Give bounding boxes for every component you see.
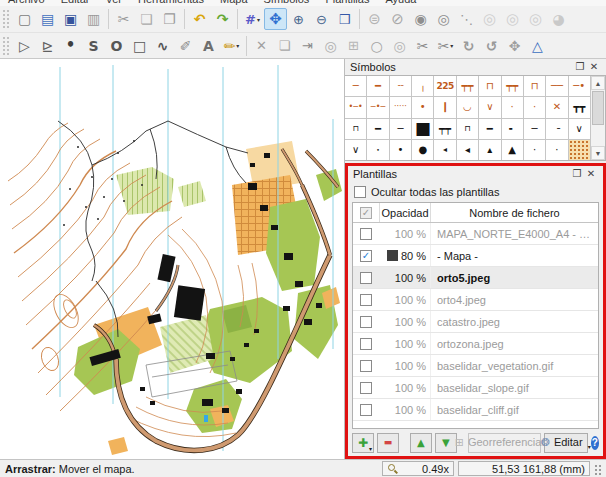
template-row[interactable]: 100 %baselidar_vegetation.gif — [353, 355, 598, 377]
redo-button[interactable]: ↷ — [211, 8, 234, 30]
hide-all-templates-checkbox[interactable] — [354, 186, 366, 198]
symbol-cell[interactable]: ─•─ — [367, 97, 389, 117]
rotate-object-button[interactable]: ↻ — [457, 35, 480, 57]
symbol-cell[interactable]: ⊓ — [524, 76, 546, 96]
symbol-cell[interactable]: ◡ — [457, 97, 479, 117]
template-row[interactable]: ✓80 %- Mapa - — [353, 245, 598, 267]
scroll-down-icon[interactable]: ▼ — [591, 146, 605, 160]
symbol-cell[interactable]: ━ — [479, 119, 501, 139]
symbol-cell[interactable]: • — [412, 97, 434, 117]
undo-button[interactable]: ↶ — [188, 8, 211, 30]
template-opacity-cell[interactable]: 100 % — [379, 355, 431, 376]
save-map-button[interactable]: ▣ — [59, 8, 82, 30]
cut-button[interactable]: ✂ — [112, 8, 135, 30]
zoom-level-box[interactable]: 0.49x — [382, 461, 454, 476]
close-icon[interactable]: ✕ — [584, 167, 598, 181]
switch-dashes-button[interactable]: ⇥ — [296, 35, 319, 57]
template-visibility-checkbox[interactable] — [360, 338, 372, 350]
menu-item-ver[interactable]: Ver — [105, 0, 122, 6]
symbol-cell[interactable]: ····· — [390, 97, 412, 117]
toolbar-drag-handle[interactable] — [3, 37, 9, 55]
symbol-cell[interactable]: •─• — [345, 97, 367, 117]
edit-point-tool-button[interactable]: ▷ — [13, 35, 36, 57]
symbol-cell[interactable]: ─ — [524, 119, 546, 139]
map-canvas[interactable] — [0, 59, 345, 459]
pan-tool-button[interactable]: ✥ — [264, 8, 287, 30]
float-icon[interactable]: ❐ — [570, 167, 584, 181]
symbol-cell[interactable]: ◂ — [434, 140, 456, 160]
symbol-cell[interactable]: ┯┯ — [434, 119, 456, 139]
template-row[interactable]: 100 %ortozona.jpeg — [353, 333, 598, 355]
draw-point-tool-button[interactable]: • — [59, 35, 82, 57]
duplicate-object-button[interactable]: ❏ — [273, 35, 296, 57]
symbol-cell[interactable]: ∨ — [569, 119, 590, 139]
symbol-cell[interactable]: ━ — [367, 76, 389, 96]
template-window-button[interactable]: ◎ — [524, 8, 547, 30]
fill-tool-button[interactable]: ✐ — [174, 35, 197, 57]
menu-item-archivo[interactable]: Archivo — [8, 0, 45, 6]
paste-button[interactable]: ❐ — [158, 8, 181, 30]
edit-template-button[interactable]: ❂ Editar ▾ — [544, 433, 588, 453]
cut-hole-scissors-button[interactable]: ✂▾ — [434, 35, 457, 57]
symbol-cell[interactable]: · — [502, 97, 524, 117]
symbol-cell[interactable]: ─• — [569, 76, 590, 96]
symbol-window-button[interactable]: ◎ — [501, 8, 524, 30]
template-visibility-checkbox[interactable] — [360, 316, 372, 328]
filename-column-header[interactable]: Nombre de fichero — [431, 203, 598, 222]
template-row[interactable]: 100 %orto5.jpeg — [353, 267, 598, 289]
symbol-cell[interactable]: 225 — [434, 76, 456, 96]
draw-path-tool-button[interactable]: S — [82, 35, 105, 57]
menu-item-editar[interactable]: Editar — [61, 0, 90, 6]
move-template-down-button[interactable]: ▼ — [435, 433, 457, 453]
georeferenced-button[interactable]: ⊞ Georreferenciado — [468, 433, 541, 453]
add-template-button[interactable]: ✚ ▾ — [352, 433, 374, 453]
template-row[interactable]: 100 %baselidar_cliff.gif — [353, 399, 598, 421]
toolbar-drag-handle[interactable] — [3, 10, 9, 28]
tags-window-button[interactable]: ◕ — [547, 8, 570, 30]
symbol-cell[interactable]: · — [524, 140, 546, 160]
template-visibility-checkbox[interactable] — [360, 272, 372, 284]
symbol-cell[interactable]: ▲ — [502, 140, 524, 160]
symbol-cell[interactable]: ── — [546, 76, 568, 96]
menu-item-herramientas[interactable]: Herramientas — [138, 0, 204, 6]
template-opacity-cell[interactable]: 100 % — [379, 223, 431, 244]
symbol-cell[interactable]: ┯┯ — [502, 76, 524, 96]
symbol-cell[interactable]: ─ — [390, 119, 412, 139]
symbol-cell[interactable]: ● — [412, 140, 434, 160]
symbol-cell[interactable]: ∨ — [345, 140, 367, 160]
template-visibility-checkbox[interactable] — [360, 404, 372, 416]
delete-object-button[interactable]: ✕ — [250, 35, 273, 57]
symbol-cell[interactable]: • — [390, 140, 412, 160]
symbol-cell[interactable]: ─ — [345, 76, 367, 96]
template-opacity-cell[interactable]: 100 % — [379, 399, 431, 420]
symbol-cell[interactable]: ┳┳ — [569, 97, 590, 117]
template-visibility-checkbox[interactable] — [360, 360, 372, 372]
symbol-cell[interactable]: ■ — [412, 119, 434, 139]
menu-item-ayuda[interactable]: Ayuda — [385, 0, 416, 6]
cut-object-button[interactable]: ○ — [365, 35, 388, 57]
template-row[interactable]: 100 %MAPA_NORTE_E4000_A4 - GPS-2015-05-2… — [353, 223, 598, 245]
symbol-cell[interactable]: ▴ — [479, 140, 501, 160]
float-icon[interactable]: ❐ — [573, 60, 587, 74]
baseline-view-button[interactable]: ⊘ — [386, 8, 409, 30]
symbol-cell[interactable]: ⊓ — [457, 119, 479, 139]
scroll-thumb[interactable] — [592, 91, 604, 125]
template-opacity-cell[interactable]: 100 % — [379, 267, 431, 288]
symbol-cell[interactable]: ◂ — [457, 140, 479, 160]
template-row[interactable]: 100 %baselidar_slope.gif — [353, 377, 598, 399]
help-icon[interactable]: ? — [591, 436, 599, 450]
symbol-cell[interactable]: ❙ — [434, 97, 456, 117]
template-visibility-checkbox[interactable] — [360, 228, 372, 240]
symbol-cell[interactable]: ∨ — [479, 97, 501, 117]
cut-path-scissors-button[interactable]: ✂ — [411, 35, 434, 57]
symbol-cell[interactable]: ╶ — [546, 119, 568, 139]
rotate-pattern-button[interactable]: ↺ — [480, 35, 503, 57]
grid-button[interactable]: #▾ — [241, 8, 264, 30]
symbol-cell[interactable]: ╷ — [412, 76, 434, 96]
map-parts-button[interactable]: ⋱ — [455, 8, 478, 30]
open-map-button[interactable]: ▤ — [36, 8, 59, 30]
close-icon[interactable]: ✕ — [587, 60, 601, 74]
cutout-tool-button[interactable]: ◎ — [388, 35, 411, 57]
symbol-cell[interactable]: ╸ — [502, 119, 524, 139]
switch-symbol-button[interactable]: ◎ — [319, 35, 342, 57]
